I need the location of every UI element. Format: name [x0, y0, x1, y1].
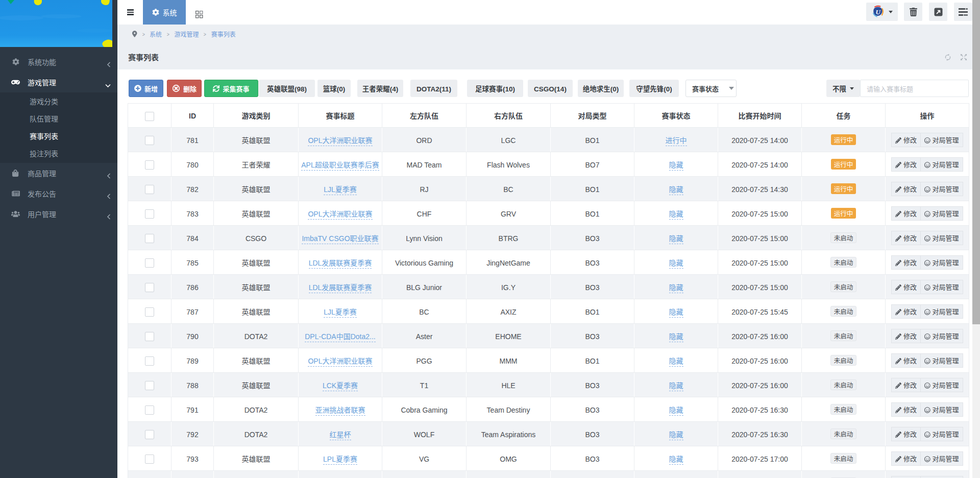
svg-text:U: U	[876, 8, 881, 16]
